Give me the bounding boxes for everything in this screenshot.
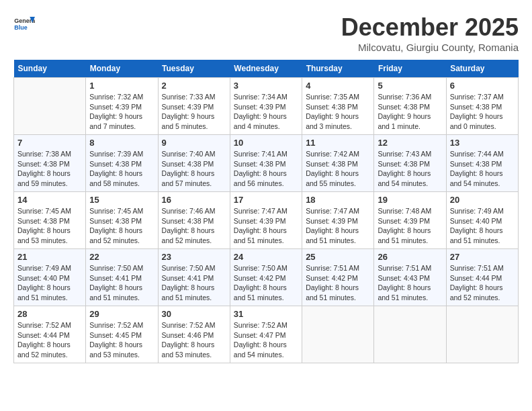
- day-number: 31: [234, 309, 298, 319]
- day-number: 3: [234, 81, 298, 91]
- day-info: Sunrise: 7:49 AM Sunset: 4:40 PM Dayligh…: [450, 206, 515, 246]
- day-cell: 1Sunrise: 7:32 AM Sunset: 4:39 PM Daylig…: [86, 78, 158, 135]
- day-info: Sunrise: 7:42 AM Sunset: 4:38 PM Dayligh…: [306, 149, 370, 189]
- day-info: Sunrise: 7:33 AM Sunset: 4:39 PM Dayligh…: [162, 92, 226, 132]
- day-number: 16: [162, 195, 226, 205]
- day-cell: 22Sunrise: 7:50 AM Sunset: 4:41 PM Dayli…: [86, 249, 158, 306]
- day-info: Sunrise: 7:46 AM Sunset: 4:38 PM Dayligh…: [162, 206, 226, 246]
- weekday-header-row: SundayMondayTuesdayWednesdayThursdayFrid…: [14, 60, 519, 78]
- day-cell: 19Sunrise: 7:48 AM Sunset: 4:39 PM Dayli…: [374, 192, 446, 249]
- weekday-header-thursday: Thursday: [302, 60, 374, 78]
- day-number: 28: [17, 309, 82, 319]
- day-info: Sunrise: 7:37 AM Sunset: 4:38 PM Dayligh…: [450, 92, 515, 132]
- day-number: 6: [450, 81, 515, 91]
- day-number: 30: [162, 309, 226, 319]
- day-number: 25: [306, 252, 370, 262]
- day-cell: 15Sunrise: 7:45 AM Sunset: 4:38 PM Dayli…: [86, 192, 158, 249]
- day-cell: 27Sunrise: 7:51 AM Sunset: 4:44 PM Dayli…: [446, 249, 518, 306]
- day-number: 20: [450, 195, 515, 205]
- title-block: December 2025 Milcovatu, Giurgiu County,…: [341, 13, 519, 53]
- day-number: 18: [306, 195, 370, 205]
- day-info: Sunrise: 7:43 AM Sunset: 4:38 PM Dayligh…: [378, 149, 442, 189]
- weekday-header-wednesday: Wednesday: [230, 60, 302, 78]
- day-number: 29: [89, 309, 154, 319]
- day-info: Sunrise: 7:39 AM Sunset: 4:38 PM Dayligh…: [89, 149, 154, 189]
- day-info: Sunrise: 7:52 AM Sunset: 4:45 PM Dayligh…: [89, 320, 154, 360]
- day-info: Sunrise: 7:50 AM Sunset: 4:41 PM Dayligh…: [162, 263, 226, 303]
- day-info: Sunrise: 7:50 AM Sunset: 4:42 PM Dayligh…: [234, 263, 298, 303]
- day-info: Sunrise: 7:34 AM Sunset: 4:39 PM Dayligh…: [234, 92, 298, 132]
- day-info: Sunrise: 7:38 AM Sunset: 4:38 PM Dayligh…: [17, 149, 82, 189]
- day-cell: 21Sunrise: 7:49 AM Sunset: 4:40 PM Dayli…: [14, 249, 86, 306]
- day-cell: 3Sunrise: 7:34 AM Sunset: 4:39 PM Daylig…: [230, 78, 302, 135]
- day-cell: 23Sunrise: 7:50 AM Sunset: 4:41 PM Dayli…: [158, 249, 230, 306]
- day-info: Sunrise: 7:48 AM Sunset: 4:39 PM Dayligh…: [378, 206, 442, 246]
- weekday-header-sunday: Sunday: [14, 60, 86, 78]
- page-header: General Blue December 2025 Milcovatu, Gi…: [13, 13, 519, 53]
- day-info: Sunrise: 7:47 AM Sunset: 4:39 PM Dayligh…: [234, 206, 298, 246]
- month-title: December 2025: [341, 13, 519, 42]
- day-number: 7: [17, 138, 82, 148]
- weekday-header-tuesday: Tuesday: [158, 60, 230, 78]
- week-row-4: 21Sunrise: 7:49 AM Sunset: 4:40 PM Dayli…: [14, 249, 519, 306]
- logo-icon: General Blue: [13, 13, 35, 35]
- day-info: Sunrise: 7:52 AM Sunset: 4:46 PM Dayligh…: [162, 320, 226, 360]
- logo: General Blue: [13, 13, 35, 35]
- day-cell: 2Sunrise: 7:33 AM Sunset: 4:39 PM Daylig…: [158, 78, 230, 135]
- day-cell: 6Sunrise: 7:37 AM Sunset: 4:38 PM Daylig…: [446, 78, 518, 135]
- day-number: 12: [378, 138, 442, 148]
- day-number: 2: [162, 81, 226, 91]
- weekday-header-monday: Monday: [86, 60, 158, 78]
- day-cell: 8Sunrise: 7:39 AM Sunset: 4:38 PM Daylig…: [86, 135, 158, 192]
- day-cell: 13Sunrise: 7:44 AM Sunset: 4:38 PM Dayli…: [446, 135, 518, 192]
- day-cell: [446, 306, 518, 363]
- day-cell: [374, 306, 446, 363]
- day-info: Sunrise: 7:40 AM Sunset: 4:38 PM Dayligh…: [162, 149, 226, 189]
- weekday-header-friday: Friday: [374, 60, 446, 78]
- calendar-table: SundayMondayTuesdayWednesdayThursdayFrid…: [13, 60, 519, 363]
- day-cell: 12Sunrise: 7:43 AM Sunset: 4:38 PM Dayli…: [374, 135, 446, 192]
- week-row-2: 7Sunrise: 7:38 AM Sunset: 4:38 PM Daylig…: [14, 135, 519, 192]
- day-number: 5: [378, 81, 442, 91]
- day-info: Sunrise: 7:41 AM Sunset: 4:38 PM Dayligh…: [234, 149, 298, 189]
- day-info: Sunrise: 7:45 AM Sunset: 4:38 PM Dayligh…: [89, 206, 154, 246]
- day-cell: 11Sunrise: 7:42 AM Sunset: 4:38 PM Dayli…: [302, 135, 374, 192]
- day-number: 13: [450, 138, 515, 148]
- day-info: Sunrise: 7:50 AM Sunset: 4:41 PM Dayligh…: [89, 263, 154, 303]
- day-info: Sunrise: 7:32 AM Sunset: 4:39 PM Dayligh…: [89, 92, 154, 132]
- day-info: Sunrise: 7:36 AM Sunset: 4:38 PM Dayligh…: [378, 92, 442, 132]
- day-cell: 31Sunrise: 7:52 AM Sunset: 4:47 PM Dayli…: [230, 306, 302, 363]
- day-info: Sunrise: 7:45 AM Sunset: 4:38 PM Dayligh…: [17, 206, 82, 246]
- day-cell: 25Sunrise: 7:51 AM Sunset: 4:42 PM Dayli…: [302, 249, 374, 306]
- day-number: 11: [306, 138, 370, 148]
- day-number: 22: [89, 252, 154, 262]
- day-number: 19: [378, 195, 442, 205]
- day-number: 21: [17, 252, 82, 262]
- day-number: 9: [162, 138, 226, 148]
- day-cell: 28Sunrise: 7:52 AM Sunset: 4:44 PM Dayli…: [14, 306, 86, 363]
- day-info: Sunrise: 7:51 AM Sunset: 4:43 PM Dayligh…: [378, 263, 442, 303]
- day-cell: 20Sunrise: 7:49 AM Sunset: 4:40 PM Dayli…: [446, 192, 518, 249]
- day-number: 10: [234, 138, 298, 148]
- day-number: 17: [234, 195, 298, 205]
- day-cell: 24Sunrise: 7:50 AM Sunset: 4:42 PM Dayli…: [230, 249, 302, 306]
- day-number: 24: [234, 252, 298, 262]
- day-cell: 10Sunrise: 7:41 AM Sunset: 4:38 PM Dayli…: [230, 135, 302, 192]
- day-info: Sunrise: 7:35 AM Sunset: 4:38 PM Dayligh…: [306, 92, 370, 132]
- day-info: Sunrise: 7:47 AM Sunset: 4:39 PM Dayligh…: [306, 206, 370, 246]
- day-info: Sunrise: 7:49 AM Sunset: 4:40 PM Dayligh…: [17, 263, 82, 303]
- day-cell: 29Sunrise: 7:52 AM Sunset: 4:45 PM Dayli…: [86, 306, 158, 363]
- week-row-1: 1Sunrise: 7:32 AM Sunset: 4:39 PM Daylig…: [14, 78, 519, 135]
- day-info: Sunrise: 7:51 AM Sunset: 4:42 PM Dayligh…: [306, 263, 370, 303]
- day-number: 26: [378, 252, 442, 262]
- day-number: 4: [306, 81, 370, 91]
- day-cell: 18Sunrise: 7:47 AM Sunset: 4:39 PM Dayli…: [302, 192, 374, 249]
- day-info: Sunrise: 7:52 AM Sunset: 4:44 PM Dayligh…: [17, 320, 82, 360]
- day-cell: [302, 306, 374, 363]
- day-cell: [14, 78, 86, 135]
- day-number: 15: [89, 195, 154, 205]
- location-title: Milcovatu, Giurgiu County, Romania: [341, 42, 519, 53]
- day-cell: 7Sunrise: 7:38 AM Sunset: 4:38 PM Daylig…: [14, 135, 86, 192]
- day-cell: 30Sunrise: 7:52 AM Sunset: 4:46 PM Dayli…: [158, 306, 230, 363]
- day-cell: 26Sunrise: 7:51 AM Sunset: 4:43 PM Dayli…: [374, 249, 446, 306]
